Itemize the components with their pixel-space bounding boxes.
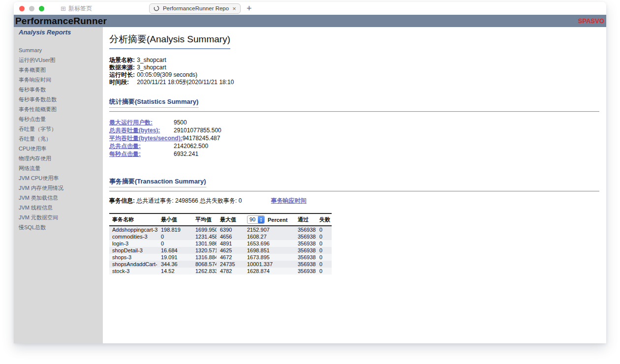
txn-name-cell: Addshoppingcart-3 — [109, 226, 157, 233]
statistics-row: 总共吞吐量(bytes):29101077855.500 — [109, 126, 599, 134]
txn-value-cell: 4656 — [217, 233, 244, 240]
txn-value-cell: 1698.851 — [244, 247, 294, 254]
txn-value-cell: 19.091 — [157, 254, 192, 261]
txn-name-cell: login-3 — [109, 240, 157, 247]
transaction-response-time-link[interactable]: 事务响应时间 — [271, 197, 307, 204]
statistic-link[interactable]: 每秒点击量: — [109, 150, 174, 158]
statistic-link[interactable]: 总共吞吐量(bytes): — [109, 126, 174, 134]
txn-value-cell: 16.684 — [157, 247, 192, 254]
transaction-info-text: 总共通过事务: 2498566 总共失败事务: 0 — [136, 197, 242, 204]
scenario-row: 时间段: 2020/11/21 18:05到2020/11/21 18:10 — [109, 79, 599, 86]
txn-value-cell: 8068.574 — [192, 261, 217, 268]
statistic-link[interactable]: 平均吞吐量(bytes/second): — [109, 134, 183, 142]
txn-name-cell: stock-3 — [109, 268, 157, 274]
new-tab-page-indicator[interactable]: ⊞ 新标签页 — [61, 4, 92, 13]
sidebar-item[interactable]: 网络流量 — [19, 166, 99, 171]
txn-table-row: stock-314.521262.83347821628.8743569380 — [109, 268, 332, 274]
scenario-label: 数据来源: — [109, 64, 135, 71]
tab-close-icon[interactable]: × — [232, 5, 236, 12]
txn-table-head-row: 事务名称最小值平均值最大值90▲▼Percent通过失败 — [109, 213, 332, 226]
sidebar-item[interactable]: JVM 内存使用情况 — [19, 185, 99, 191]
txn-value-cell: 1262.833 — [192, 268, 217, 274]
sidebar-item[interactable]: JVM 元数据空间 — [19, 215, 99, 220]
sidebar-item[interactable]: 事务概要图 — [19, 67, 99, 73]
percentile-select[interactable]: 90▲▼ — [247, 215, 265, 224]
sidebar-list: Summary运行的VUser图事务概要图事务响应时间每秒事务数每秒事务数总数事… — [19, 48, 99, 230]
sidebar-item[interactable]: CPU使用率 — [19, 146, 99, 152]
percent-label: Percent — [268, 217, 287, 223]
stepper-arrows-icon[interactable]: ▲▼ — [258, 216, 264, 223]
page-title: 分析摘要(Analysis Summary) — [109, 33, 230, 49]
scenario-row: 场景名称: 3_shopcart — [109, 57, 599, 64]
browser-window: ⊞ 新标签页 PerformanceRunner Reports × + Per… — [14, 2, 606, 343]
txn-value-cell: 1608.27 — [244, 233, 294, 240]
txn-value-cell: 198.819 — [157, 226, 192, 233]
txn-value-cell: 0 — [316, 261, 332, 268]
browser-chrome: ⊞ 新标签页 PerformanceRunner Reports × + — [14, 2, 606, 15]
sidebar-item[interactable]: JVM 线程信息 — [19, 205, 99, 211]
zoom-window-button[interactable] — [39, 6, 44, 11]
txn-table-row: Addshoppingcart-3198.8191699.95063902152… — [109, 226, 332, 233]
sidebar-item[interactable]: 事务性能概要图 — [19, 107, 99, 112]
tab-loading-icon — [154, 5, 159, 11]
close-window-button[interactable] — [19, 6, 25, 11]
scenario-row: 运行时长: 00:05:09(309 seconds) — [109, 71, 599, 79]
txn-name-cell: shopDetail-3 — [109, 247, 157, 254]
sidebar: Analysis Reports Summary运行的VUser图事务概要图事务… — [14, 27, 103, 343]
txn-value-cell: 0 — [316, 226, 332, 233]
statistics-row: 最大运行用户数:9500 — [109, 119, 599, 126]
statistic-link[interactable]: 最大运行用户数: — [109, 119, 174, 126]
sidebar-item[interactable]: 慢SQL总数 — [19, 225, 99, 230]
scenario-value: 00:05:09(309 seconds) — [137, 71, 197, 78]
txn-table-row: shopsAndaddCart-3344.368068.574247351000… — [109, 261, 332, 268]
txn-value-cell: 4891 — [217, 240, 244, 247]
txn-column-header: 平均值 — [192, 213, 217, 226]
statistic-value: 29101077855.500 — [174, 127, 221, 134]
transaction-section: 事务摘要(Transaction Summary) 事务信息: 总共通过事务: … — [109, 158, 599, 274]
sidebar-item[interactable]: 运行的VUser图 — [19, 58, 99, 63]
sidebar-item[interactable]: Summary — [19, 48, 99, 53]
txn-value-cell: 4782 — [217, 268, 244, 274]
new-tab-button[interactable]: + — [247, 3, 252, 14]
txn-name-cell: shops-3 — [109, 254, 157, 261]
statistics-list: 最大运行用户数:9500总共吞吐量(bytes):29101077855.500… — [109, 119, 599, 158]
scenario-label: 场景名称: — [109, 57, 135, 64]
sidebar-item[interactable]: JVM 类加载信息 — [19, 195, 99, 201]
statistic-link[interactable]: 总共点击量: — [109, 142, 174, 150]
statistic-value: 9500 — [174, 119, 187, 126]
txn-table-body: Addshoppingcart-3198.8191699.95063902152… — [109, 226, 332, 274]
txn-value-cell: 0 — [316, 233, 332, 240]
txn-value-cell: 356938 — [294, 240, 316, 247]
minimize-window-button[interactable] — [29, 6, 34, 11]
sidebar-item[interactable]: 每秒事务数 — [19, 87, 99, 92]
txn-value-cell: 1231.458 — [192, 233, 217, 240]
grid-icon: ⊞ — [61, 5, 66, 12]
txn-value-cell: 0 — [157, 233, 192, 240]
txn-column-header: 失败 — [316, 213, 332, 226]
tab-performancerunner-reports[interactable]: PerformanceRunner Reports × — [149, 3, 241, 14]
txn-value-cell: 0 — [316, 254, 332, 261]
statistics-heading: 统计摘要(Statistics Summary) — [109, 97, 198, 108]
scenario-value: 3_shopcart — [137, 57, 166, 63]
statistics-section: 统计摘要(Statistics Summary) 最大运行用户数:9500总共吞… — [109, 86, 599, 158]
transaction-info-label: 事务信息: — [109, 197, 135, 204]
sidebar-item[interactable]: JVM CPU使用率 — [19, 176, 99, 181]
percentile-value: 90 — [248, 216, 258, 223]
txn-value-cell: 4672 — [217, 254, 244, 261]
txn-value-cell: 0 — [316, 268, 332, 274]
sidebar-item[interactable]: 吞吐量（兆） — [19, 136, 99, 142]
sidebar-item[interactable]: 吞吐量（字节） — [19, 126, 99, 132]
new-tab-page-label: 新标签页 — [68, 4, 92, 13]
transaction-heading: 事务摘要(Transaction Summary) — [109, 177, 206, 187]
scenario-value: 2020/11/21 18:05到2020/11/21 18:10 — [137, 79, 234, 86]
sidebar-item[interactable]: 事务响应时间 — [19, 77, 99, 83]
divider — [109, 111, 599, 112]
sidebar-item[interactable]: 每秒事务数总数 — [19, 97, 99, 102]
txn-value-cell: 356938 — [294, 226, 316, 233]
txn-name-cell: commodities-3 — [109, 233, 157, 240]
report-content: 分析摘要(Analysis Summary) 场景名称: 3_shopcart数… — [103, 27, 606, 343]
scenario-value: 3_shopcart — [137, 64, 166, 71]
sidebar-item[interactable]: 物理内存使用 — [19, 156, 99, 161]
txn-value-cell: 0 — [316, 240, 332, 247]
sidebar-item[interactable]: 每秒点击量 — [19, 117, 99, 122]
